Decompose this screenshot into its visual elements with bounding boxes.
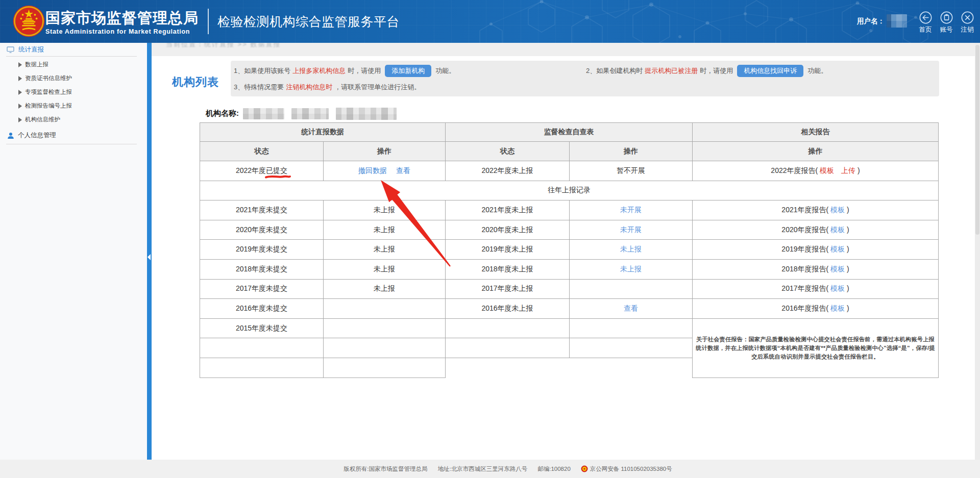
row-2015-cell-3	[570, 318, 693, 338]
cell-text: )	[847, 225, 849, 234]
table-group-header-row: 统计直报数据监督检查自查表相关报告	[200, 123, 939, 142]
row-2020-cell-3[interactable]: 未开展	[570, 220, 693, 240]
cell-text: 2022年度报告(	[771, 166, 820, 174]
link-模板[interactable]: 模板	[820, 166, 834, 174]
row-2018-cell-3[interactable]: 未上报	[570, 259, 693, 279]
report-table: 统计直报数据监督检查自查表相关报告状态操作状态操作操作2022年度已提交撤回数据…	[200, 122, 939, 378]
sidebar-item-0[interactable]: 数据上报	[0, 58, 147, 71]
sidebar-item-personal-info[interactable]: 个人信息管理	[0, 129, 147, 142]
row-2017: 2017年度未提交未上报2017年度未上报2017年度报告( 模板 )	[200, 279, 939, 299]
sidebar-item-1[interactable]: 资质证书信息维护	[0, 71, 147, 85]
sub-header-3: 操作	[570, 142, 693, 161]
scrollbar-thumb[interactable]	[975, 45, 979, 235]
link-模板[interactable]: 模板	[828, 245, 847, 253]
footer-copyright: 版权所有:国家市场监督管理总局	[344, 465, 427, 473]
monitor-icon	[7, 46, 14, 53]
row-2021-cell-1: 未上报	[324, 200, 446, 220]
group-header-1: 监督检查自查表	[446, 123, 693, 142]
cell-text: )	[847, 206, 849, 214]
row-2017-cell-3	[570, 279, 693, 299]
org-name-cn: 国家市场监督管理总局	[45, 9, 208, 27]
link-模板[interactable]: 模板	[828, 265, 847, 273]
cell-text: )	[847, 284, 849, 292]
footer: 版权所有:国家市场监督管理总局 地址:北京市西城区三里河东路八号 邮编:1008…	[0, 460, 980, 478]
cell-text: 2019年度报告(	[781, 245, 828, 253]
group-header-2: 相关报告	[693, 123, 939, 142]
sidebar-item-2[interactable]: 专项监督检查上报	[0, 85, 147, 99]
sub-header-1: 操作	[324, 142, 446, 161]
nav-logout-button[interactable]: 注销	[958, 11, 977, 34]
row-2020-cell-0: 2020年度未提交	[200, 220, 324, 240]
row-2016-cell-3[interactable]: 查看	[570, 299, 693, 319]
footer-address: 地址:北京市西城区三里河东路八号	[438, 465, 528, 473]
row-2019-cell-3[interactable]: 未上报	[570, 240, 693, 260]
sidebar-item-4[interactable]: 机构信息维护	[0, 113, 147, 127]
sub-header-2: 状态	[446, 142, 570, 161]
note-3: 3、特殊情况需要 注销机构信息时 ，请联系管理单位进行注销。	[234, 83, 421, 92]
sidebar-item-label: 检测报告编号上报	[25, 102, 72, 110]
sidebar: 统计直报 数据上报资质证书信息维护专项监督检查上报检测报告编号上报机构信息维护 …	[0, 43, 147, 460]
add-institution-button[interactable]: 添加新机构	[385, 65, 431, 77]
row-2018: 2018年度未提交未上报2018年度未上报未上报2018年度报告( 模板 )	[200, 259, 939, 279]
cell-text: )	[847, 265, 849, 273]
cell-text: )	[847, 304, 849, 312]
note-3-highlight: 注销机构信息时	[286, 83, 332, 92]
row-2015-cell-2	[446, 318, 570, 338]
sidebar-collapse-bar[interactable]	[147, 43, 152, 460]
nav-account-button[interactable]: 账号	[937, 11, 956, 34]
selfcheck-status-2022: 2022年度未上报	[446, 161, 570, 181]
sidebar-personal-label: 个人信息管理	[18, 131, 56, 140]
retrieve-institution-button[interactable]: 机构信息找回申诉	[737, 65, 803, 77]
cell-text: )	[847, 245, 849, 253]
actions-2022: 撤回数据查看	[324, 161, 446, 181]
row-2019-cell-2: 2019年度未上报	[446, 240, 570, 260]
footer-beian: 京公网安备 11010502035380号	[581, 465, 672, 473]
link-查看[interactable]: 查看	[396, 166, 410, 174]
page-title: 机构列表	[172, 74, 219, 90]
sidebar-section-statistics[interactable]: 统计直报	[0, 43, 147, 56]
org-titles: 国家市场监督管理总局 State Administration for Mark…	[45, 9, 208, 36]
row-empty-cell-2	[446, 338, 570, 358]
link-撤回数据[interactable]: 撤回数据	[358, 166, 387, 174]
triangle-right-icon	[18, 76, 22, 81]
collapse-arrow-icon	[148, 254, 151, 260]
link-上传[interactable]: 上传	[841, 166, 855, 174]
triangle-right-icon	[18, 62, 22, 67]
org-name-redacted-2	[291, 108, 329, 119]
row-2021-cell-4: 2021年度报告( 模板 )	[693, 200, 939, 220]
account-icon	[940, 11, 953, 24]
row-2020: 2020年度未提交未上报2020年度未上报未开展2020年度报告( 模板 )	[200, 220, 939, 240]
link-模板[interactable]: 模板	[828, 284, 847, 292]
row-2015-cell-1	[324, 318, 446, 338]
sidebar-item-3[interactable]: 检测报告编号上报	[0, 99, 147, 113]
cell-text: 2016年度报告(	[781, 304, 828, 312]
sub-header-4: 操作	[693, 142, 939, 161]
nav-logout-label: 注销	[958, 26, 977, 34]
row-tail-cell-0	[200, 358, 324, 378]
row-history-label: 往年上报记录	[200, 181, 939, 200]
table-sub-header-row: 状态操作状态操作操作	[200, 142, 939, 161]
nav-home-button[interactable]: 首页	[916, 11, 935, 34]
link-模板[interactable]: 模板	[828, 304, 847, 312]
home-back-icon	[919, 11, 932, 24]
row-2021-cell-3[interactable]: 未开展	[570, 200, 693, 220]
sidebar-divider-bottom	[6, 144, 137, 144]
row-empty-cell-3	[570, 338, 693, 358]
sidebar-item-label: 专项监督检查上报	[25, 88, 72, 96]
row-empty-cell-1	[324, 338, 446, 358]
link-模板[interactable]: 模板	[828, 206, 847, 214]
footer-postcode: 邮编:100820	[537, 465, 571, 473]
row-2019-cell-0: 2019年度未提交	[200, 240, 324, 260]
link-模板[interactable]: 模板	[828, 225, 847, 234]
sidebar-item-label: 机构信息维护	[25, 116, 60, 123]
sidebar-section-label: 统计直报	[18, 45, 44, 54]
row-2019: 2019年度未提交未上报2019年度未上报未上报2019年度报告( 模板 )	[200, 240, 939, 260]
note-1-prefix: 1、如果使用该账号	[234, 66, 290, 76]
row-2015: 2015年度未提交关于社会责任报告：国家产品质量检验检测中心提交社会责任报告前，…	[200, 318, 939, 338]
social-responsibility-note: 关于社会责任报告：国家产品质量检验检测中心提交社会责任报告前，需通过本机构账号上…	[693, 318, 939, 378]
cell-text: 2021年度报告(	[781, 206, 828, 214]
row-2017-cell-2: 2017年度未上报	[446, 279, 570, 299]
scrollbar-track[interactable]	[975, 43, 980, 478]
note-2-highlight: 提示机构已被注册	[645, 66, 698, 76]
note-2: 2、如果创建机构时 提示机构已被注册 时，请使用 机构信息找回申诉 功能。	[586, 65, 827, 77]
